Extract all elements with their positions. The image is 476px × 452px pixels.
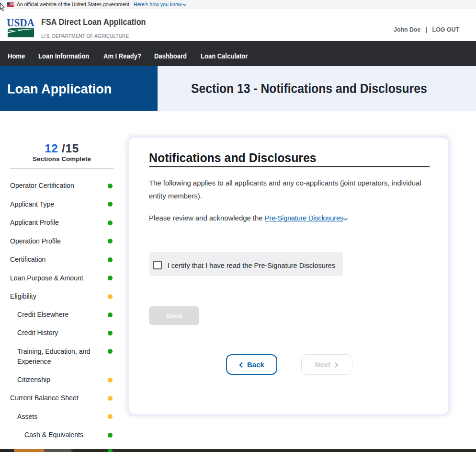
svg-text:USDA: USDA xyxy=(7,18,34,29)
